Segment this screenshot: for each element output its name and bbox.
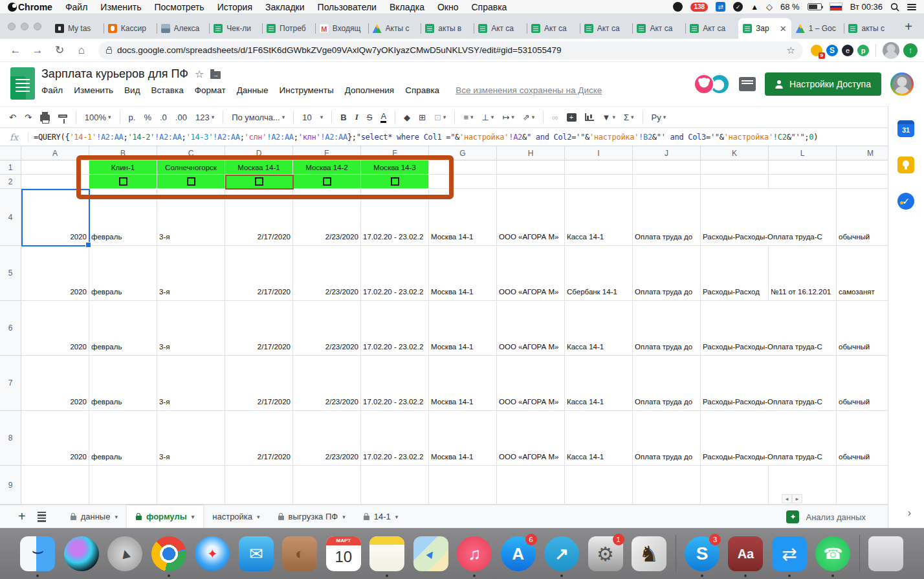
cell-A5[interactable]: 2020 bbox=[21, 246, 89, 301]
menu-вставка[interactable]: Вставка bbox=[151, 85, 184, 95]
cell-I9[interactable] bbox=[565, 466, 633, 505]
dock-launchpad-icon[interactable]: ▲ bbox=[107, 536, 142, 571]
cell-G5[interactable]: Москва 14-1 bbox=[429, 246, 497, 301]
dock-maps-icon[interactable]: ▲ bbox=[413, 536, 448, 571]
sheet-tab-menu-icon[interactable]: ▾ bbox=[257, 514, 260, 520]
cell-J8[interactable]: Оплата труда до bbox=[633, 411, 701, 466]
notification-badge[interactable]: 138 bbox=[690, 3, 708, 12]
undo-button[interactable]: ↶ bbox=[9, 113, 16, 122]
browser-tab[interactable]: MВходящ bbox=[315, 18, 368, 39]
cell-D6[interactable]: 2/17/2020 bbox=[225, 301, 293, 356]
browser-tab[interactable]: Акт са bbox=[632, 18, 685, 39]
cell-C5[interactable]: 3-я bbox=[157, 246, 225, 301]
cell-I4[interactable]: Касса 14-1 bbox=[565, 189, 633, 246]
sheets-logo-icon[interactable] bbox=[10, 67, 35, 100]
filter-button[interactable]: ▼▾ bbox=[602, 113, 615, 122]
checkmark-menubar-icon[interactable]: ✓ bbox=[733, 2, 743, 12]
cell-J9[interactable] bbox=[633, 466, 701, 505]
cell-C6[interactable]: 3-я bbox=[157, 301, 225, 356]
menubar-item-chrome[interactable]: Chrome bbox=[18, 2, 52, 12]
window-controls[interactable] bbox=[8, 23, 41, 30]
horizontal-align-button[interactable]: ≡▾ bbox=[463, 113, 473, 122]
extension-skype-icon[interactable]: S bbox=[826, 45, 838, 56]
menu-данные[interactable]: Данные bbox=[237, 85, 269, 95]
cell-H8[interactable]: ООО «АГОРА М» bbox=[497, 411, 565, 466]
row-header-4[interactable]: 4 bbox=[0, 189, 21, 246]
dock-telegram-icon[interactable]: ↗ bbox=[544, 536, 579, 571]
browser-tab[interactable]: 1 – Goc bbox=[791, 18, 844, 39]
cell-A4[interactable]: 2020 bbox=[21, 189, 89, 246]
cell-B1[interactable]: Клин-1 bbox=[89, 160, 157, 175]
browser-tab[interactable]: Чек-ли bbox=[209, 18, 262, 39]
checkbox-E2[interactable] bbox=[323, 177, 331, 186]
cell-I6[interactable]: Касса 14-1 bbox=[565, 301, 633, 356]
strikethrough-button[interactable]: S bbox=[367, 113, 373, 122]
browser-tab[interactable]: Алекса bbox=[157, 18, 210, 39]
sheet-tab-menu-icon[interactable]: ▾ bbox=[342, 514, 346, 520]
add-sheet-button[interactable]: + bbox=[18, 509, 26, 524]
cell-E9[interactable] bbox=[293, 466, 361, 505]
row-header-7[interactable]: 7 bbox=[0, 356, 21, 411]
document-title[interactable]: Зарплата курьеров для ПФ bbox=[41, 67, 188, 81]
sheet-tab-данные[interactable]: данные▾ bbox=[61, 505, 127, 529]
cell-H9[interactable] bbox=[497, 466, 565, 505]
ssl-lock-icon[interactable] bbox=[106, 49, 112, 54]
browser-tab[interactable]: Акт са bbox=[527, 18, 580, 39]
cell-C7[interactable]: 3-я bbox=[157, 356, 225, 411]
cell-B6[interactable]: февраль bbox=[89, 301, 157, 356]
comment-history-icon[interactable] bbox=[739, 77, 756, 91]
cell-D4[interactable]: 2/17/2020 bbox=[225, 189, 293, 246]
browser-tab[interactable]: Акты с bbox=[368, 18, 421, 39]
column-header-G[interactable]: G bbox=[429, 146, 497, 160]
cell-F4[interactable]: 17.02.20 - 23.02.2 bbox=[361, 189, 429, 246]
cell-C1[interactable]: Солнечногорск bbox=[157, 160, 225, 175]
sheet-tab-выгрузка ПФ[interactable]: выгрузка ПФ▾ bbox=[269, 505, 355, 529]
dock-skype-icon[interactable]: S3 bbox=[685, 536, 720, 571]
column-header-F[interactable]: F bbox=[361, 146, 429, 160]
browser-tab[interactable]: Акт са bbox=[685, 18, 738, 39]
dock-dictionary-icon[interactable]: Aa bbox=[728, 536, 763, 571]
menubar-item-закладки[interactable]: Закладки bbox=[265, 2, 305, 12]
cell-H1[interactable] bbox=[497, 160, 565, 175]
dock-music-icon[interactable]: ♫ bbox=[457, 536, 492, 571]
menubar-item-изменить[interactable]: Изменить bbox=[100, 2, 141, 12]
row-header-8[interactable]: 8 bbox=[0, 411, 21, 466]
menu-дополнения[interactable]: Дополнения bbox=[345, 85, 394, 95]
cell-D7[interactable]: 2/17/2020 bbox=[225, 356, 293, 411]
text-wrap-button[interactable]: ↦▾ bbox=[502, 113, 514, 122]
column-header-L[interactable]: L bbox=[769, 146, 837, 160]
column-header-E[interactable]: E bbox=[293, 146, 361, 160]
menubar-item-посмотреть[interactable]: Посмотреть bbox=[154, 2, 204, 12]
sheet-tab-формулы[interactable]: формулы▾ bbox=[127, 505, 203, 529]
notification-center-icon[interactable] bbox=[907, 4, 916, 10]
cell-B9[interactable] bbox=[89, 466, 157, 505]
column-header-K[interactable]: K bbox=[701, 146, 769, 160]
dock-trash-icon[interactable] bbox=[868, 536, 903, 571]
dock-mail-icon[interactable]: ✉ bbox=[239, 536, 274, 571]
cell-D2[interactable] bbox=[225, 175, 293, 189]
side-panel-collapse-icon[interactable]: › bbox=[908, 507, 911, 519]
chrome-update-icon[interactable]: ↑ bbox=[903, 43, 918, 58]
cell-C4[interactable]: 3-я bbox=[157, 189, 225, 246]
menubar-item-история[interactable]: История bbox=[217, 2, 252, 12]
calendar-addon-icon[interactable]: 31 bbox=[897, 120, 914, 137]
account-avatar[interactable] bbox=[890, 72, 914, 96]
text-rotation-button[interactable]: ⇗▾ bbox=[523, 113, 534, 122]
font-size-select[interactable]: 10▾ bbox=[302, 113, 323, 122]
cell-C9[interactable] bbox=[157, 466, 225, 505]
sheet-tab-14-1[interactable]: 14-1▾ bbox=[355, 505, 408, 529]
cell-B7[interactable]: февраль bbox=[89, 356, 157, 411]
formula-input[interactable]: =QUERY({'14-1'!A2:AA;'14-2'!A2:AA;'14-3'… bbox=[28, 133, 924, 142]
cell-B5[interactable]: февраль bbox=[89, 246, 157, 301]
cell-F6[interactable]: 17.02.20 - 23.02.2 bbox=[361, 301, 429, 356]
omnibox[interactable]: docs.google.com/spreadsheets/d/1F6StK6dG… bbox=[98, 41, 803, 60]
cell-K1[interactable] bbox=[701, 160, 769, 175]
all-sheets-button[interactable] bbox=[38, 512, 46, 522]
keyboard-layout-flag-icon[interactable] bbox=[830, 3, 842, 11]
zoom-select[interactable]: 100%▾ bbox=[85, 113, 111, 122]
cell-H2[interactable] bbox=[497, 175, 565, 189]
browser-tab[interactable]: Потреб bbox=[262, 18, 315, 39]
keep-addon-icon[interactable] bbox=[897, 157, 914, 173]
format-currency-button[interactable]: р. bbox=[129, 113, 136, 122]
print-button[interactable] bbox=[40, 113, 50, 122]
